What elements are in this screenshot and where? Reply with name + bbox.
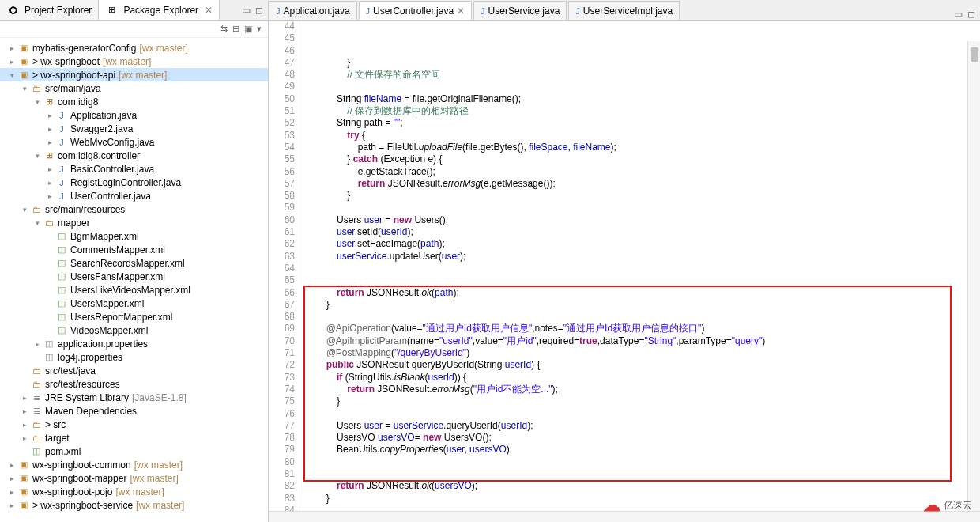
twisty-icon[interactable]: ▸ [6,501,17,509]
code-line[interactable]: } [305,493,980,505]
code-line[interactable]: return JSONResult.errorMsg(e.getMessage(… [305,178,980,190]
tree-item[interactable]: ◫CommentsMapper.xml [0,243,268,256]
close-icon[interactable]: ✕ [205,5,213,16]
twisty-icon[interactable]: ▾ [6,71,17,79]
twisty-icon[interactable]: ▸ [6,58,17,66]
code-line[interactable]: // 保存到数据库中的相对路径 [305,105,980,117]
view-menu-icon[interactable]: ▾ [257,24,262,34]
tree-item[interactable]: ◫log4j.properties [0,350,268,364]
twisty-icon[interactable]: ▸ [44,179,55,187]
twisty-icon[interactable]: ▾ [19,206,30,214]
tree-item[interactable]: ◫VideosMapper.xml [0,323,268,337]
tree-item[interactable]: ▸JBasicController.java [0,162,268,176]
code-line[interactable]: e.getStackTrace(); [305,166,980,178]
twisty-icon[interactable]: ▸ [6,44,17,52]
view-minmax[interactable]: ▭◻ [237,5,268,16]
close-icon[interactable]: ✕ [457,6,465,17]
tree-item[interactable]: ▸▣wx-springboot-common[wx master] [0,458,268,471]
twisty-icon[interactable]: ▾ [32,98,43,106]
code-line[interactable]: return JSONResult.ok(usersVO); [305,480,980,492]
editor-tab[interactable]: JUserController.java✕ [359,1,473,20]
twisty-icon[interactable]: ▸ [44,192,55,200]
twisty-icon[interactable]: ▸ [44,165,55,173]
tree-item[interactable]: ◫SearchRecordsMapper.xml [0,256,268,270]
code-line[interactable] [305,263,980,274]
code-line[interactable]: userService.updateUser(user); [305,251,980,263]
code-line[interactable] [305,468,980,480]
code-line[interactable] [305,202,980,214]
code-line[interactable]: user.setFaceImage(path); [305,238,980,250]
tree-item[interactable]: ◫UsersReportMapper.xml [0,310,268,323]
code-line[interactable]: public JSONResult queryByUserId(String u… [305,359,980,371]
code-line[interactable]: user.setId(userId); [305,226,980,238]
code-line[interactable] [305,311,980,323]
editor-tab[interactable]: JApplication.java [269,1,357,20]
code-line[interactable]: } [305,395,980,407]
tree-item[interactable]: ▾🗀src/main/resources [0,202,268,216]
tree-item[interactable]: ▸◫application.properties [0,337,268,350]
code-line[interactable]: @ApiImplicitParam(name="userId",value="用… [305,335,980,347]
twisty-icon[interactable]: ▸ [6,461,17,469]
twisty-icon[interactable]: ▸ [19,394,30,402]
code-line[interactable] [305,456,980,468]
vertical-scrollbar[interactable] [967,41,980,511]
code-line[interactable] [305,505,980,511]
editor-tab[interactable]: JUserServiceImpl.java [568,1,680,20]
scrollbar-thumb[interactable] [971,47,978,62]
horizontal-scrollbar[interactable] [269,511,980,522]
tree-item[interactable]: ▸🗀target [0,431,268,444]
package-tree[interactable]: ▸▣mybatis-generatorConfig[wx master]▸▣> … [0,38,268,522]
code-line[interactable]: @ApiOperation(value="通过用户Id获取用户信息",notes… [305,323,980,335]
tree-item[interactable]: ▸▣> wx-springboot[wx master] [0,55,268,68]
twisty-icon[interactable]: ▸ [32,340,43,348]
tree-item[interactable]: ◫BgmMapper.xml [0,229,268,243]
code-line[interactable]: return JSONResult.ok(path); [305,287,980,299]
link-with-editor-icon[interactable]: ⇆ [220,24,228,34]
tree-item[interactable]: ▾⊞com.idig8.controller [0,149,268,162]
twisty-icon[interactable]: ▸ [6,488,17,496]
twisty-icon[interactable]: ▾ [32,219,43,227]
code-line[interactable]: try { [305,130,980,142]
tree-item[interactable]: ◫UsersMapper.xml [0,297,268,310]
tree-item[interactable]: ▸▣mybatis-generatorConfig[wx master] [0,41,268,55]
twisty-icon[interactable]: ▸ [19,421,30,429]
code-line[interactable]: Users user = new Users(); [305,214,980,226]
code-line[interactable]: } [305,299,980,311]
code-viewport[interactable]: } // 文件保存的命名空间 String fileName = file.ge… [300,21,980,511]
tree-item[interactable]: ▸▣wx-springboot-pojo[wx master] [0,485,268,498]
twisty-icon[interactable]: ▸ [19,407,30,415]
twisty-icon[interactable]: ▸ [44,138,55,146]
tree-item[interactable]: ▸▣> wx-springboot-service[wx master] [0,498,268,512]
tree-item[interactable]: ▸JApplication.java [0,108,268,122]
tree-item[interactable]: ◫UsersLikeVideosMapper.xml [0,283,268,297]
tree-item[interactable]: ▾⊞com.idig8 [0,95,268,108]
tree-item[interactable]: ▸≣Maven Dependencies [0,404,268,418]
code-line[interactable]: @PostMapping("/queryByUserId") [305,347,980,359]
twisty-icon[interactable]: ▸ [44,125,55,133]
tree-item[interactable]: ▾🗀mapper [0,216,268,229]
editor-minmax[interactable]: ▭◻ [949,9,980,20]
editor-tab[interactable]: JUserService.java [473,1,567,20]
tree-item[interactable]: ▸🗀> src [0,418,268,431]
tree-item[interactable]: ▸JWebMvcConfig.java [0,135,268,149]
twisty-icon[interactable]: ▸ [19,434,30,442]
code-line[interactable]: return JSONResult.errorMsg("用户id不能为空..."… [305,384,980,395]
code-line[interactable] [305,81,980,93]
focus-icon[interactable]: ▣ [244,24,252,34]
tree-item[interactable]: 🗀src/test/java [0,364,268,377]
code-line[interactable]: String fileName = file.getOriginalFilena… [305,93,980,105]
code-line[interactable] [305,408,980,420]
tree-item[interactable]: ▸▣wx-springboot-mapper[wx master] [0,471,268,485]
twisty-icon[interactable]: ▾ [19,85,30,93]
tree-item[interactable]: ▸JUserController.java [0,189,268,202]
twisty-icon[interactable]: ▸ [6,475,17,482]
tree-item[interactable]: ▸JRegistLoginController.java [0,176,268,189]
code-line[interactable]: } [305,57,980,69]
tree-item[interactable]: ◫pom.xml [0,444,268,458]
collapse-all-icon[interactable]: ⊟ [232,24,239,34]
code-line[interactable]: Users user = userService.queryUserId(use… [305,420,980,432]
project-explorer-tab[interactable]: 🞇 Project Explorer [0,0,99,20]
code-line[interactable]: } catch (Exception e) { [305,153,980,165]
tree-item[interactable]: ▸JSwagger2.java [0,122,268,135]
code-line[interactable]: path = FileUtil.uploadFile(file.getBytes… [305,142,980,153]
